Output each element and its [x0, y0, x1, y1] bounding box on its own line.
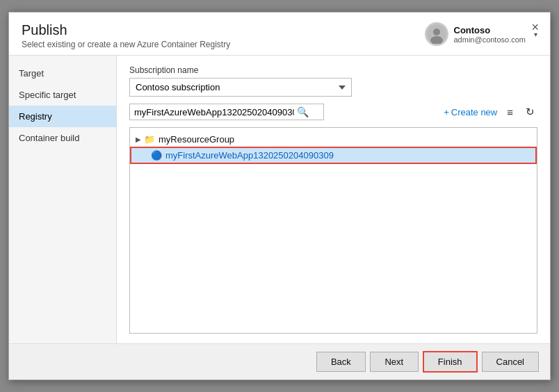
refresh-button[interactable]: ↻ [523, 104, 537, 120]
toolbar-right: + Create new ≡ ↻ [444, 104, 537, 120]
registry-tree: ▶ 📁 myResourceGroup 🔵 myFirstAzureWebApp… [129, 127, 537, 334]
avatar-icon [427, 24, 446, 44]
next-button[interactable]: Next [370, 352, 419, 372]
dialog-subtitle: Select existing or create a new Azure Co… [22, 40, 230, 49]
cancel-button[interactable]: Cancel [482, 352, 539, 372]
subscription-label: Subscription name [129, 65, 537, 75]
back-button[interactable]: Back [316, 352, 366, 372]
create-new-button[interactable]: + Create new [444, 107, 497, 117]
folder-icon: 📁 [144, 134, 155, 145]
search-row: 🔍 + Create new ≡ ↻ [129, 104, 537, 120]
dialog-body: Target Specific target Registry Containe… [9, 56, 550, 343]
user-info-section: Contoso admin@contoso.com ▾ [425, 22, 538, 46]
search-input[interactable] [134, 107, 294, 117]
dialog-title: Publish [22, 22, 230, 38]
tree-group-myresourcegroup[interactable]: ▶ 📁 myResourceGroup [130, 132, 537, 147]
publish-dialog: × Publish Select existing or create a ne… [8, 12, 551, 380]
subscription-section: Subscription name Contoso subscription [129, 65, 537, 97]
subscription-select[interactable]: Contoso subscription [129, 78, 352, 97]
main-content: Subscription name Contoso subscription 🔍… [117, 56, 550, 343]
search-button[interactable]: 🔍 [297, 106, 309, 117]
sidebar-item-specific-target[interactable]: Specific target [9, 84, 116, 106]
tree-item-registry[interactable]: 🔵 myFirstAzureWebApp1320250204090309 [130, 147, 537, 164]
user-details: Contoso admin@contoso.com [454, 25, 526, 44]
tree-group-label: myResourceGroup [159, 134, 234, 145]
registry-icon: 🔵 [151, 150, 162, 161]
sidebar-item-container-build[interactable]: Container build [9, 127, 116, 149]
create-new-label: Create new [451, 107, 497, 117]
user-name: Contoso [454, 25, 526, 35]
list-view-button[interactable]: ≡ [504, 105, 516, 120]
dialog-title-section: Publish Select existing or create a new … [22, 22, 230, 49]
dialog-footer: Back Next Finish Cancel [9, 343, 550, 379]
create-new-plus-icon: + [444, 107, 449, 117]
user-email: admin@contoso.com [454, 35, 526, 44]
svg-point-1 [433, 28, 440, 35]
sidebar-item-registry[interactable]: Registry [9, 106, 116, 127]
avatar [425, 22, 448, 46]
finish-button[interactable]: Finish [423, 351, 478, 373]
sidebar-item-target[interactable]: Target [9, 63, 116, 84]
close-button[interactable]: × [527, 19, 543, 35]
tree-item-label: myFirstAzureWebApp1320250204090309 [165, 150, 334, 161]
search-box: 🔍 [129, 104, 324, 120]
tree-expand-icon: ▶ [136, 136, 141, 143]
dialog-title-bar: Publish Select existing or create a new … [9, 13, 550, 56]
sidebar: Target Specific target Registry Containe… [9, 56, 117, 343]
